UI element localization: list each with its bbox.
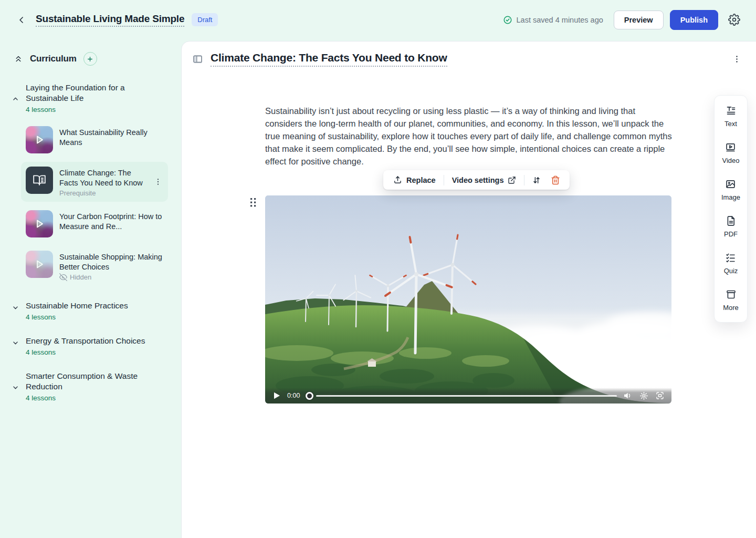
chevron-up-icon bbox=[11, 95, 20, 104]
section-title[interactable]: Sustainable Home Practices bbox=[26, 301, 152, 311]
lesson-title: What Sustainability Really Means bbox=[59, 128, 163, 147]
drag-handle-icon bbox=[250, 198, 257, 208]
curriculum-section: Laying the Foundation for a Sustainable … bbox=[9, 82, 176, 286]
book-open-icon bbox=[33, 173, 46, 187]
play-icon bbox=[33, 218, 46, 230]
text-block[interactable]: Sustainability isn’t just about recyclin… bbox=[265, 105, 674, 168]
kebab-icon bbox=[154, 178, 162, 186]
palette-label: Quiz bbox=[724, 267, 738, 275]
lesson-title: Climate Change: The Facts You Need to Kn… bbox=[59, 168, 146, 188]
add-section-icon bbox=[87, 56, 93, 63]
volume-icon bbox=[623, 391, 632, 400]
lesson-item[interactable]: Your Carbon Footprint: How to Measure an… bbox=[21, 205, 168, 242]
expand-section-button[interactable] bbox=[9, 337, 21, 348]
course-title[interactable]: Sustainable Living Made Simple bbox=[36, 13, 184, 27]
quiz-block-icon bbox=[725, 252, 736, 263]
chevron-down-icon bbox=[11, 303, 20, 312]
play-button[interactable] bbox=[271, 390, 282, 401]
toggle-sidebar-button[interactable] bbox=[190, 52, 205, 67]
settings-button[interactable] bbox=[726, 12, 742, 28]
pdf-block-icon bbox=[726, 215, 737, 226]
video-settings-button[interactable]: Video settings bbox=[447, 170, 522, 190]
add-section-button[interactable] bbox=[83, 52, 97, 66]
expand-section-button[interactable] bbox=[9, 302, 21, 313]
expand-section-button[interactable] bbox=[9, 381, 21, 393]
add-text-block-button[interactable]: Text bbox=[724, 105, 737, 128]
volume-button[interactable] bbox=[622, 390, 633, 401]
player-settings-button[interactable] bbox=[638, 390, 649, 401]
fullscreen-button[interactable] bbox=[654, 390, 666, 401]
trash-icon bbox=[551, 175, 560, 185]
lesson-title: Sustainable Shopping: Making Better Choi… bbox=[59, 252, 163, 272]
more-block-icon bbox=[726, 289, 737, 300]
lesson-menu-button[interactable] bbox=[153, 175, 163, 188]
external-link-icon bbox=[508, 176, 516, 184]
collapse-section-button[interactable] bbox=[9, 93, 21, 105]
section-lesson-count: 4 lessons bbox=[26, 348, 176, 356]
add-quiz-block-button[interactable]: Quiz bbox=[724, 252, 738, 275]
delete-block-button[interactable] bbox=[546, 170, 565, 190]
section-title[interactable]: Energy & Transportation Choices bbox=[26, 336, 152, 346]
lesson-reading-thumbnail bbox=[26, 167, 53, 194]
video-block-toolbar: Replace Video settings bbox=[383, 170, 570, 190]
current-time: 0:00 bbox=[287, 392, 300, 399]
add-video-block-button[interactable]: Video bbox=[722, 142, 739, 164]
check-circle-icon bbox=[503, 15, 512, 25]
block-palette: Text Video Image PDF Quiz More bbox=[714, 95, 748, 323]
palette-label: PDF bbox=[724, 230, 738, 238]
add-image-block-button[interactable]: Image bbox=[721, 179, 740, 201]
lesson-video-thumbnail bbox=[26, 251, 53, 278]
preview-button[interactable]: Preview bbox=[614, 11, 664, 29]
back-button[interactable] bbox=[14, 12, 29, 28]
scrubber-handle[interactable] bbox=[306, 392, 313, 400]
gear-icon bbox=[728, 14, 740, 26]
back-icon bbox=[16, 15, 27, 25]
chevron-down-icon bbox=[11, 338, 20, 347]
palette-label: More bbox=[723, 304, 739, 312]
video-block[interactable]: 0:00 bbox=[265, 195, 671, 404]
fullscreen-icon bbox=[655, 391, 665, 400]
last-saved-text: Last saved 4 minutes ago bbox=[517, 16, 603, 24]
lesson-item-hidden[interactable]: Sustainable Shopping: Making Better Choi… bbox=[21, 246, 168, 286]
replace-video-button[interactable]: Replace bbox=[388, 170, 441, 190]
more-blocks-button[interactable]: More bbox=[723, 289, 739, 312]
collapse-all-button[interactable] bbox=[13, 53, 24, 65]
reorder-icon bbox=[532, 175, 541, 185]
curriculum-section: Sustainable Home Practices 4 lessons bbox=[9, 301, 176, 321]
lesson-list: What Sustainability Really Means Climate… bbox=[21, 121, 168, 286]
add-pdf-block-button[interactable]: PDF bbox=[724, 215, 738, 238]
chevron-down-icon bbox=[11, 383, 20, 392]
curriculum-heading: Curriculum bbox=[30, 54, 77, 64]
panel-toggle-icon bbox=[192, 54, 203, 65]
video-controls: 0:00 bbox=[265, 388, 671, 404]
replace-label: Replace bbox=[406, 176, 436, 184]
publish-button[interactable]: Publish bbox=[670, 10, 718, 30]
status-badge: Draft bbox=[192, 13, 218, 26]
progress-bar[interactable] bbox=[316, 395, 617, 397]
autosave-status: Last saved 4 minutes ago bbox=[503, 15, 603, 25]
image-block-icon bbox=[725, 179, 736, 190]
section-title[interactable]: Smarter Consumption & Waste Reduction bbox=[26, 371, 152, 392]
drag-handle[interactable] bbox=[250, 198, 257, 208]
video-settings-label: Video settings bbox=[452, 176, 504, 184]
palette-label: Image bbox=[721, 193, 740, 201]
play-icon bbox=[33, 133, 46, 146]
lesson-video-thumbnail bbox=[26, 210, 53, 237]
curriculum-section: Smarter Consumption & Waste Reduction 4 … bbox=[9, 371, 176, 402]
text-block-icon bbox=[726, 105, 737, 116]
lesson-item[interactable]: What Sustainability Really Means bbox=[21, 121, 168, 158]
eye-off-icon bbox=[59, 273, 67, 281]
play-icon bbox=[274, 392, 280, 399]
lesson-editor: Climate Change: The Facts You Need to Kn… bbox=[181, 41, 756, 538]
collapse-all-icon bbox=[14, 54, 23, 64]
curriculum-section: Energy & Transportation Choices 4 lesson… bbox=[9, 336, 176, 356]
move-block-button[interactable] bbox=[527, 170, 546, 190]
section-title[interactable]: Laying the Foundation for a Sustainable … bbox=[26, 82, 152, 104]
play-icon bbox=[33, 258, 46, 271]
lesson-options-button[interactable] bbox=[730, 53, 743, 66]
lesson-item-selected[interactable]: Climate Change: The Facts You Need to Kn… bbox=[21, 162, 168, 202]
section-lesson-count: 4 lessons bbox=[26, 394, 176, 402]
lesson-video-thumbnail bbox=[26, 126, 53, 153]
lesson-title-field[interactable]: Climate Change: The Facts You Need to Kn… bbox=[211, 51, 447, 67]
video-frame bbox=[265, 195, 671, 404]
